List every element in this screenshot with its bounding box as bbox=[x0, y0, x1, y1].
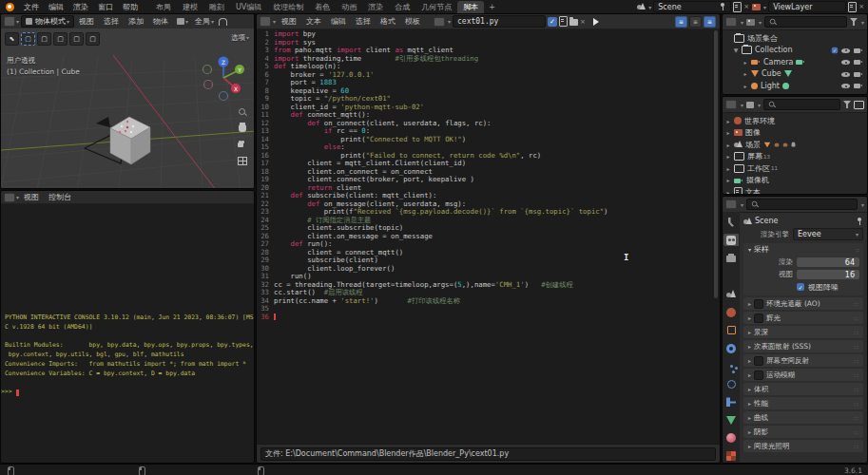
blendfile-search-input[interactable] bbox=[763, 99, 840, 110]
eye-icon[interactable] bbox=[841, 58, 851, 66]
remove-viewlayer-icon[interactable]: × bbox=[858, 3, 864, 10]
workspace-tab-合成[interactable]: 合成 bbox=[389, 1, 415, 13]
blendfile-row[interactable]: ▸世界环境 bbox=[725, 115, 865, 127]
panel-曲线[interactable]: ▸曲线:: bbox=[743, 411, 863, 424]
panel-grip[interactable]: :: bbox=[854, 443, 859, 449]
panel-grip[interactable]: :: bbox=[854, 300, 859, 307]
panel-expand-arrow[interactable]: ▸ bbox=[748, 371, 751, 378]
texteditor-menu-选择[interactable]: 选择 bbox=[351, 16, 376, 27]
viewport-options-button[interactable]: 选项▾ bbox=[231, 33, 249, 43]
panel-环境光遮蔽 (AO)[interactable]: ▸环境光遮蔽 (AO):: bbox=[743, 297, 863, 310]
panel-性能[interactable]: ▸性能:: bbox=[743, 397, 863, 409]
sampling-render-value[interactable]: 64 bbox=[797, 257, 859, 267]
blendfile-row[interactable]: ▸摄像机 bbox=[725, 175, 865, 187]
properties-tab-texture[interactable] bbox=[723, 450, 739, 463]
expand-arrow[interactable]: ▼ bbox=[733, 47, 739, 53]
panel-checkbox[interactable] bbox=[754, 314, 763, 323]
eye-icon[interactable] bbox=[841, 82, 851, 89]
panel-阴影[interactable]: ▸阴影:: bbox=[743, 426, 863, 438]
options-icon[interactable] bbox=[854, 101, 864, 109]
register-check-icon[interactable]: ✓ bbox=[548, 17, 557, 27]
editor-type-icon[interactable] bbox=[725, 100, 737, 109]
panel-checkbox[interactable] bbox=[754, 299, 763, 309]
panel-expand-arrow[interactable]: ▸ bbox=[748, 329, 751, 335]
panel-grip[interactable]: :: bbox=[854, 414, 859, 421]
panel-grip[interactable]: :: bbox=[854, 343, 859, 350]
run-script-button[interactable] bbox=[593, 18, 599, 26]
panel-grip[interactable]: :: bbox=[856, 246, 859, 253]
expand-arrow[interactable]: ▸ bbox=[725, 142, 731, 148]
panel-expand-arrow[interactable]: ▸ bbox=[748, 357, 751, 364]
panel-grip[interactable]: :: bbox=[854, 400, 859, 407]
blendfile-row[interactable]: ▸场景 bbox=[725, 139, 865, 151]
panel-grip[interactable]: :: bbox=[854, 329, 859, 335]
panel-expand-arrow[interactable]: ▸ bbox=[748, 343, 751, 350]
workspace-tab-着色[interactable]: 着色 bbox=[309, 1, 336, 13]
viewport-menu-添加[interactable]: 添加 bbox=[124, 16, 148, 27]
camera-icon[interactable] bbox=[854, 70, 863, 78]
toggle-word-wrap[interactable]: ≡ bbox=[689, 16, 702, 28]
properties-tab-view-layer[interactable] bbox=[723, 270, 739, 282]
filter-icon[interactable] bbox=[850, 18, 858, 26]
menu-文件[interactable]: 文件 bbox=[19, 2, 44, 12]
camera-icon[interactable] bbox=[854, 82, 863, 89]
expand-arrow[interactable]: ▸ bbox=[725, 189, 731, 195]
workspace-tab-脚本[interactable]: 脚本 bbox=[457, 1, 484, 13]
navigation-gizmo[interactable]: Z Y X bbox=[201, 53, 246, 103]
properties-tab-render[interactable] bbox=[723, 234, 739, 246]
workspace-tab-渲染[interactable]: 渲染 bbox=[362, 1, 389, 13]
properties-tab-material[interactable] bbox=[723, 432, 739, 445]
properties-tab-object[interactable] bbox=[723, 324, 739, 336]
collection-checkbox[interactable]: ✓ bbox=[832, 48, 838, 53]
properties-tab-modifiers[interactable] bbox=[723, 342, 739, 354]
display-mode-icon[interactable] bbox=[746, 102, 754, 108]
panel-grip[interactable]: :: bbox=[854, 357, 859, 364]
snap-magnet-icon[interactable] bbox=[219, 18, 227, 26]
panel-expand-arrow[interactable]: ▸ bbox=[748, 428, 751, 435]
text-name-field[interactable]: cext01.py bbox=[453, 15, 546, 28]
expand-arrow[interactable]: ▸ bbox=[725, 177, 731, 183]
texteditor-menu-文本[interactable]: 文本 bbox=[301, 16, 326, 27]
zoom-icon[interactable] bbox=[239, 108, 246, 116]
texteditor-menu-编辑[interactable]: 编辑 bbox=[326, 16, 351, 27]
eye-icon[interactable] bbox=[841, 47, 851, 54]
console-body[interactable]: PYTHON INTERACTIVE CONSOLE 3.10.12 (main… bbox=[1, 203, 254, 463]
scene-dropdown-arrow[interactable]: ▾ bbox=[648, 4, 651, 10]
properties-tab-constraints[interactable] bbox=[723, 396, 739, 408]
outliner-row-scene-collection[interactable]: 场景集合 bbox=[725, 32, 865, 45]
properties-tab-data[interactable] bbox=[723, 414, 739, 427]
blender-logo-icon[interactable] bbox=[6, 3, 14, 11]
expand-arrow[interactable]: ▸ bbox=[743, 83, 748, 89]
outliner-row-cube[interactable]: ▸Cube bbox=[725, 68, 865, 81]
toggle-line-numbers[interactable]: ≡ bbox=[675, 16, 687, 28]
display-mode-icon[interactable] bbox=[746, 19, 755, 26]
panel-运动模糊[interactable]: ▸运动模糊:: bbox=[743, 369, 863, 381]
workspace-tab-布局[interactable]: 布局 bbox=[150, 1, 177, 13]
unlink-text-icon[interactable]: × bbox=[580, 18, 586, 26]
console-menu-视图[interactable]: 视图 bbox=[19, 192, 44, 202]
blendfile-row[interactable]: ▸工作区11 bbox=[725, 162, 865, 175]
outliner-row-camera[interactable]: ▸Camera bbox=[725, 56, 865, 68]
editor-type-icon[interactable] bbox=[725, 200, 737, 209]
texteditor-menu-格式[interactable]: 格式 bbox=[376, 16, 400, 27]
editor-type-icon[interactable] bbox=[4, 16, 15, 27]
properties-tab-world[interactable] bbox=[723, 306, 739, 318]
outliner-row-light[interactable]: ▸Light bbox=[725, 80, 865, 92]
workspace-tab-几何节点[interactable]: 几何节点 bbox=[415, 1, 457, 13]
properties-tab-tool[interactable] bbox=[723, 216, 739, 228]
menu-窗口[interactable]: 窗口 bbox=[93, 2, 118, 12]
workspace-tab-建模[interactable]: 建模 bbox=[177, 1, 203, 13]
panel-体积[interactable]: ▸体积:: bbox=[743, 383, 863, 395]
texteditor-menu-视图[interactable]: 视图 bbox=[277, 16, 301, 27]
expand-arrow[interactable]: ▸ bbox=[743, 59, 748, 66]
console-prompt[interactable]: >>> bbox=[1, 388, 254, 397]
menu-帮助[interactable]: 帮助 bbox=[118, 2, 143, 12]
expand-arrow[interactable]: ▸ bbox=[725, 118, 731, 124]
unlink-scene-icon[interactable]: × bbox=[743, 3, 749, 10]
new-viewlayer-icon[interactable] bbox=[848, 2, 857, 12]
viewport-menu-选择[interactable]: 选择 bbox=[99, 16, 124, 27]
expand-arrow[interactable]: ▸ bbox=[725, 129, 731, 136]
properties-options-arrow[interactable]: ▾ bbox=[861, 201, 864, 208]
mode-dropdown[interactable]: 物体模式 ▾ bbox=[21, 15, 74, 28]
viewlayer-dropdown-arrow[interactable]: ▾ bbox=[763, 4, 766, 10]
